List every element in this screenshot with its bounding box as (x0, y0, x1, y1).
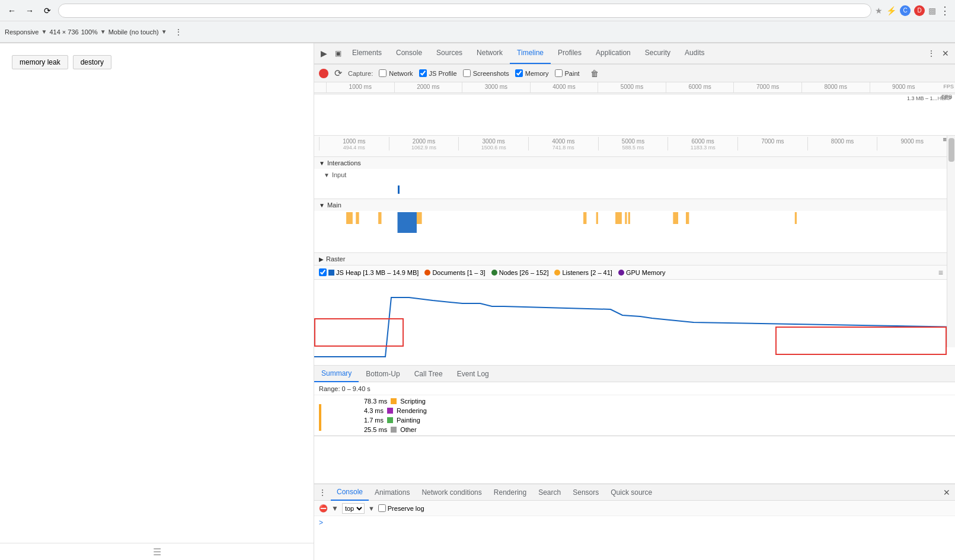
tab-timeline[interactable]: Timeline (510, 43, 551, 64)
chrome-icon: C (900, 5, 911, 16)
address-bar: ← → ⟳ file:///E:/MyWebFront/PerformanceO… (0, 0, 955, 21)
interactions-header[interactable]: ▼ Interactions (314, 157, 955, 169)
summary-tabs-bar: Summary Bottom-Up Call Tree Event Log (314, 366, 955, 382)
svg-rect-14 (417, 212, 422, 224)
capture-paint-label: Paint (565, 70, 580, 77)
timeline-scrollbar-thumb[interactable] (948, 138, 954, 162)
summary-legend: 78.3 ms Scripting 4.3 ms Rendering 1.7 m… (364, 398, 427, 433)
summary-panel: Summary Bottom-Up Call Tree Event Log Ra… (314, 366, 955, 436)
filter-console-button[interactable]: ▼ (331, 504, 338, 513)
clear-console-button[interactable]: ⛔ (319, 504, 328, 513)
console-tab-animations[interactable]: Animations (369, 484, 416, 501)
time-mark-1000: 1000 ms494.4 ms (319, 137, 389, 151)
capture-memory-checkbox[interactable] (515, 69, 523, 77)
device-dropdown-icon[interactable]: ▼ (161, 28, 167, 35)
raster-label: Raster (326, 255, 345, 263)
zoom-label[interactable]: 100% (81, 28, 98, 36)
tab-summary[interactable]: Summary (314, 366, 359, 382)
back-button[interactable]: ← (5, 4, 19, 18)
capture-network[interactable]: Network (379, 69, 413, 77)
main-header[interactable]: ▼ Main (314, 199, 955, 211)
legend-js-heap-checkbox[interactable] (319, 268, 327, 276)
legend-js-heap-dot (328, 270, 334, 276)
capture-screenshots[interactable]: Screenshots (463, 69, 509, 77)
capture-paint[interactable]: Paint (555, 69, 580, 77)
interactions-collapse-icon: ▼ (319, 160, 325, 167)
devtools-panel: ▶ ▣ Elements Console Sources Network Tim… (314, 43, 955, 560)
zoom-dropdown-icon[interactable]: ▼ (100, 28, 106, 35)
url-input[interactable]: file:///E:/MyWebFront/PerformanceOptimiz… (58, 4, 871, 18)
legend-gpu-label: GPU Memory (626, 269, 666, 276)
time-mark-7000: 7000 ms (737, 137, 807, 151)
capture-js-checkbox[interactable] (419, 69, 427, 77)
more-options-icon[interactable]: ⋮ (174, 27, 183, 37)
svg-rect-15 (583, 212, 586, 224)
forward-button[interactable]: → (23, 4, 37, 18)
time-mark-9000: 9000 ms (877, 137, 947, 151)
input-sub-header[interactable]: ▼ Input (314, 169, 955, 181)
scripting-time: 78.3 ms (364, 398, 387, 405)
console-more-icon[interactable]: ⋮ (314, 488, 331, 497)
main-track-body (314, 211, 955, 252)
tab-security[interactable]: Security (638, 43, 678, 64)
svg-rect-10 (346, 212, 353, 224)
capture-js-profile[interactable]: JS Profile (419, 69, 457, 77)
close-console-button[interactable]: ✕ (938, 488, 955, 497)
top-selector[interactable]: top (342, 503, 365, 514)
destroy-button[interactable]: destory (73, 55, 111, 69)
tab-call-tree[interactable]: Call Tree (407, 366, 450, 382)
menu-dots-icon[interactable]: ⋮ (940, 4, 950, 17)
capture-label: Capture: (348, 70, 373, 77)
memory-leak-button[interactable]: memory leak (12, 55, 68, 69)
device-toggle-icon[interactable]: ▣ (331, 46, 345, 60)
preserve-log-label[interactable]: Preserve log (378, 504, 424, 512)
tab-application[interactable]: Application (589, 43, 638, 64)
console-tab-search[interactable]: Search (532, 484, 567, 501)
console-tab-console[interactable]: Console (331, 484, 369, 501)
tab-profiles[interactable]: Profiles (551, 43, 589, 64)
device-label[interactable]: Mobile (no touch) (108, 28, 159, 36)
clear-timeline-button[interactable]: 🗑 (590, 69, 599, 78)
inspect-icon[interactable]: ▶ (317, 46, 331, 60)
reload-button[interactable]: ⟳ (40, 4, 55, 18)
responsive-dropdown-icon[interactable]: ▼ (41, 28, 47, 35)
rendering-time: 4.3 ms (364, 407, 384, 414)
legend-nodes-label: Nodes [26 – 152] (499, 269, 549, 276)
responsive-label[interactable]: Responsive (5, 28, 39, 36)
capture-paint-checkbox[interactable] (555, 69, 563, 77)
capture-memory[interactable]: Memory (515, 69, 549, 77)
record-button[interactable] (319, 69, 328, 78)
tab-network[interactable]: Network (469, 43, 510, 64)
preserve-log-checkbox[interactable] (378, 504, 386, 512)
timeline-scrollbar[interactable] (947, 136, 955, 347)
resize-handle[interactable]: ☰ (0, 543, 314, 560)
tab-elements[interactable]: Elements (345, 43, 389, 64)
legend-documents-label: Documents [1 – 3] (432, 269, 485, 276)
page-buttons: memory leak destory (12, 55, 302, 69)
tab-bottom-up[interactable]: Bottom-Up (359, 366, 407, 382)
legend-js-heap[interactable]: JS Heap [1.3 MB – 14.9 MB] (319, 268, 419, 276)
memory-settings-icon[interactable]: ≡ (938, 268, 943, 277)
tab-sources[interactable]: Sources (429, 43, 469, 64)
input-label: Input (332, 171, 346, 178)
tab-console[interactable]: Console (389, 43, 429, 64)
raster-header[interactable]: ▶ Raster ≡ (314, 253, 955, 265)
console-tab-quick-source[interactable]: Quick source (605, 484, 658, 501)
memory-legend: JS Heap [1.3 MB – 14.9 MB] Documents [1 … (314, 265, 955, 280)
console-tab-rendering[interactable]: Rendering (488, 484, 532, 501)
more-tabs-icon[interactable]: ⋮ (924, 46, 938, 60)
capture-bar: ⟳ Capture: Network JS Profile Screenshot… (314, 65, 955, 82)
console-tab-network-conditions[interactable]: Network conditions (416, 484, 487, 501)
tab-audits[interactable]: Audits (678, 43, 711, 64)
console-tab-sensors[interactable]: Sensors (567, 484, 605, 501)
reload-timeline-button[interactable]: ⟳ (334, 68, 342, 79)
main-label: Main (327, 201, 341, 209)
capture-screenshots-checkbox[interactable] (463, 69, 471, 77)
capture-memory-label: Memory (525, 70, 549, 77)
rendering-label: Rendering (397, 407, 427, 414)
tab-event-log[interactable]: Event Log (450, 366, 496, 382)
legend-listeners-label: Listeners [2 – 41] (562, 269, 612, 276)
close-devtools-icon[interactable]: ✕ (938, 46, 953, 60)
capture-network-checkbox[interactable] (379, 69, 387, 77)
time-mark-4000: 4000 ms741.8 ms (528, 137, 598, 151)
